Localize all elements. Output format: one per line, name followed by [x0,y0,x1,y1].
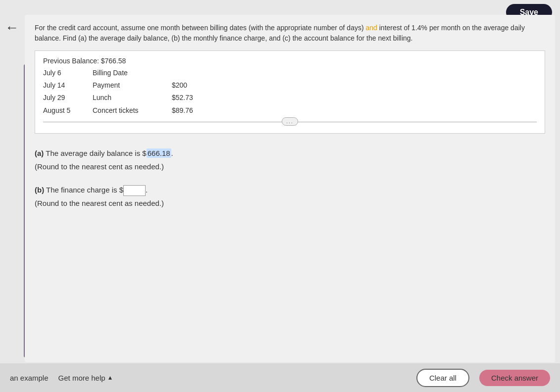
problem-statement: For the credit card account, assume one … [35,23,545,44]
get-more-help-label: Get more help [58,374,105,382]
amount-cell: $89.76 [172,104,211,117]
date-cell: July 29 [43,92,83,104]
data-table: July 6 Billing Date July 14 Payment $200… [43,67,537,117]
previous-balance: Previous Balance: $766.58 [43,57,537,65]
answer-section-a: (a) The average daily balance is $666.18… [35,142,545,178]
date-cell: July 6 [43,67,83,79]
answer-b-period: . [146,186,148,194]
part-a-label: (a) [35,149,44,157]
check-answer-button[interactable]: Check answer [479,370,550,386]
answer-b-line1: (b) The finance charge is $. [35,183,545,196]
answer-b-input[interactable] [123,185,146,196]
table-row: August 5 Concert tickets $89.76 [43,104,537,117]
bottom-bar: an example Get more help ▲ Clear all Che… [0,363,560,392]
amount-cell [172,67,211,79]
answer-a-suffix: . [171,149,173,157]
desc-cell: Lunch [93,92,162,104]
answer-b-text: The finance charge is $ [46,186,123,194]
table-row: July 6 Billing Date [43,67,537,79]
answer-a-note: (Round to the nearest cent as needed.) [35,160,545,173]
example-link[interactable]: an example [10,374,49,382]
amount-cell: $200 [172,79,211,92]
get-more-help-button[interactable]: Get more help ▲ [58,374,113,382]
main-content: For the credit card account, assume one … [25,15,555,362]
clear-all-button[interactable]: Clear all [416,369,469,387]
amount-cell: $52.73 [172,92,211,104]
desc-cell: Concert tickets [93,104,162,117]
data-section: Previous Balance: $766.58 July 6 Billing… [35,50,545,134]
problem-text-main: For the credit card account, assume one … [35,24,525,42]
divider-dots: ... [282,117,298,126]
highlight-and: and [365,24,377,32]
back-arrow[interactable]: ← [5,20,19,36]
answer-a-value: 666.18 [147,148,171,158]
desc-cell: Billing Date [93,67,162,79]
answer-section-b: (b) The finance charge is $. (Round to t… [35,178,545,215]
part-b-label: (b) [35,186,44,194]
answer-a-line1: (a) The average daily balance is $666.18… [35,147,545,160]
get-more-help-arrow: ▲ [107,374,113,381]
desc-cell: Payment [93,79,162,92]
answer-a-text: The average daily balance is $ [46,149,146,157]
table-row: July 14 Payment $200 [43,79,537,92]
date-cell: August 5 [43,104,83,117]
answer-b-note: (Round to the nearest cent as needed.) [35,196,545,210]
table-row: July 29 Lunch $52.73 [43,92,537,104]
divider: ... [43,122,537,122]
date-cell: July 14 [43,79,83,92]
